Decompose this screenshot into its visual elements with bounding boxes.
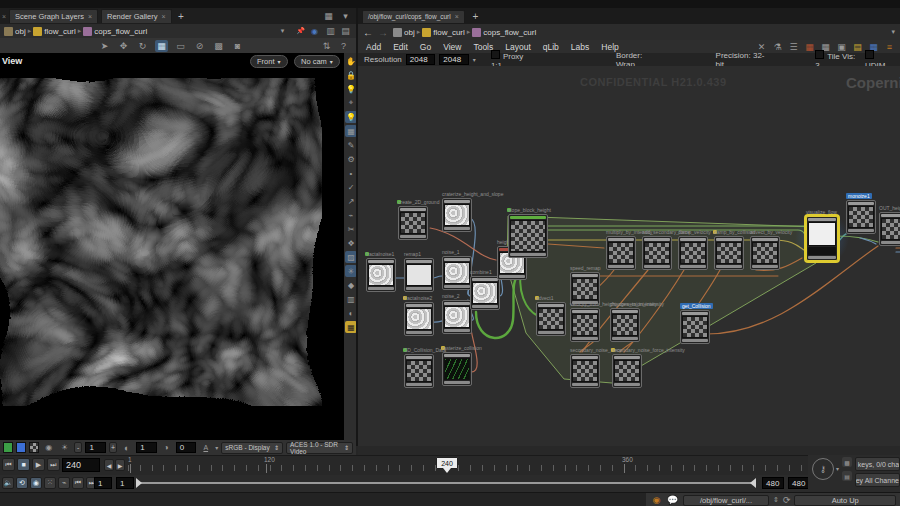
no-cam-menu[interactable]: No cam▾ [294, 55, 340, 68]
add-tab-button[interactable]: + [175, 10, 188, 22]
stop-button[interactable]: ■ [17, 458, 30, 471]
cop-node-get_Collision[interactable]: get_Collision [680, 310, 710, 344]
scope-icon[interactable]: ▩ [842, 457, 852, 467]
exposure-field[interactable]: 1 [85, 442, 106, 453]
breadcrumb-segment[interactable]: obj [15, 27, 26, 36]
cop-node-velocity_from_height_conversion_intensity[interactable]: velocity_from_height_conversion_intensit… [570, 308, 600, 342]
add-tab-button[interactable]: + [469, 10, 482, 22]
list-icon[interactable]: ☰ [787, 41, 800, 53]
cop-node-combine1[interactable]: combine1 [470, 276, 500, 310]
network-tab[interactable]: /obj/flow_curl/cops_flow_curl× [362, 10, 465, 23]
nav-back-icon[interactable]: ← [363, 27, 373, 38]
graph-icon[interactable]: ▤ [842, 471, 852, 481]
step-back-button[interactable]: ◀ [104, 459, 114, 471]
offset-field[interactable]: 0 [176, 442, 197, 453]
pane-tab[interactable]: Scene Graph Layers× [9, 9, 98, 23]
nav-forward-icon[interactable]: → [378, 27, 388, 38]
bubble-icon[interactable]: 💬 [666, 494, 679, 506]
range-slider-track[interactable] [140, 482, 752, 484]
cop-node-craterize_height_and_slope[interactable]: craterize_height_and_slope [442, 198, 472, 232]
cop-node-add_secondary_force[interactable]: add_secondary_force [642, 236, 672, 270]
lut-caret-icon[interactable]: ▾ [215, 444, 218, 451]
cop-node-damp_by_collision[interactable]: damp_by_collision [714, 236, 744, 270]
menu-add[interactable]: Add [360, 42, 387, 52]
cop-node-SD_Collision_Data[interactable]: SD_Collision_Data [404, 354, 434, 388]
refresh-icon[interactable]: ⟳ [783, 495, 791, 505]
lut-icon[interactable]: A [199, 442, 212, 454]
menu-go[interactable]: Go [414, 42, 437, 52]
box-select-icon[interactable]: ▭ [174, 40, 187, 52]
sync-icon[interactable]: ⇅ [320, 40, 333, 52]
menu-qlib[interactable]: qLib [537, 42, 565, 52]
exposure-plus-button[interactable]: + [109, 442, 117, 453]
resolution-y-field[interactable]: 2048 [439, 54, 468, 65]
breadcrumb-segment[interactable]: obj [404, 28, 415, 37]
flask-icon[interactable]: ⚗ [771, 41, 784, 53]
rotate-tool-icon[interactable]: ↻ [136, 40, 149, 52]
pane-tab[interactable]: Render Gallery× [101, 9, 172, 23]
cop-node-changes_to_intensity[interactable]: changes_to_intensity [610, 308, 640, 342]
cop-node-secondary_noise_force[interactable]: secondary_noise_force [570, 354, 600, 388]
loop-icon[interactable]: ⟲ [16, 477, 28, 489]
jump-end-button[interactable]: ⏭ [47, 458, 60, 471]
pane-float-icon[interactable]: ▤ [339, 25, 352, 37]
bg-color-swatch[interactable] [16, 442, 26, 453]
film-icon[interactable]: ▩ [212, 40, 225, 52]
realtime-icon[interactable]: ◉ [30, 477, 42, 489]
pane-split-icon[interactable]: ▥ [324, 25, 337, 37]
camera-icon[interactable]: ◙ [231, 40, 244, 52]
breadcrumb-segment[interactable]: cops_flow_curl [483, 28, 536, 37]
pane-layout-icon[interactable]: ▦ [322, 10, 335, 22]
cop-node-advect1[interactable]: advect1 [536, 302, 566, 336]
cop-node-OUT_height[interactable]: OUT_height [879, 212, 900, 246]
close-tab-icon[interactable]: × [161, 13, 165, 20]
cop-node-noise_1[interactable]: noise_1 [442, 256, 472, 290]
range-slider-right-handle[interactable] [750, 478, 756, 488]
cop-node-multiply_by_intensity[interactable]: multiply_by_intensity [606, 236, 636, 270]
cop-node-noise_2[interactable]: noise_2 [442, 300, 472, 334]
cop-node-create_2D_ground[interactable]: create_2D_ground [398, 206, 428, 240]
dope-icon[interactable]: ⁙ [44, 477, 56, 489]
step-forward-button[interactable]: ▶ [115, 459, 125, 471]
key-all-channels-button[interactable]: Key All Channels [855, 473, 900, 487]
auto-update-button[interactable]: Auto Up [794, 495, 896, 506]
path-dropdown-icon[interactable]: ▾ [281, 27, 285, 35]
menu-labs[interactable]: Labs [565, 42, 595, 52]
exposure-minus-button[interactable]: - [74, 442, 82, 453]
key-caret-icon[interactable]: ▾ [836, 465, 839, 472]
link-orb-icon[interactable]: ◉ [311, 27, 318, 36]
checker-bg-icon[interactable] [29, 442, 39, 453]
pane-menu-icon[interactable]: ▾ [339, 10, 352, 22]
key-button[interactable]: ⚷ [812, 458, 834, 480]
range-end2-field[interactable]: 480 [788, 477, 810, 489]
scene-viewport[interactable]: View Front▾ No cam▾ [0, 53, 344, 440]
cop-node-clamp_velocity[interactable]: clamp_velocity [678, 236, 708, 270]
range-start2-field[interactable]: 1 [116, 477, 134, 489]
display-lut-select[interactable]: sRGB - Display⇕ [221, 442, 283, 454]
gamma-field[interactable]: 1 [136, 442, 157, 453]
close-tab-icon[interactable]: × [88, 13, 92, 20]
path-spinner-icon[interactable]: ⇕ [773, 496, 779, 504]
path-dropdown-icon[interactable]: ▾ [891, 28, 895, 36]
cop-node-fractalnoise2[interactable]: fractalnoise2 [404, 302, 434, 336]
resolution-x-field[interactable]: 2048 [406, 54, 435, 65]
breadcrumb-segment[interactable]: flow_curl [44, 27, 76, 36]
menu-edit[interactable]: Edit [387, 42, 414, 52]
help-icon[interactable]: ? [337, 40, 350, 52]
cop-node-fractalnoise1[interactable]: fractalnoise1 [366, 258, 396, 292]
range-slider-left-handle[interactable] [136, 478, 142, 488]
snap-grid-icon[interactable]: ▦ [155, 40, 168, 52]
range-end-field[interactable]: 480 [762, 477, 784, 489]
menu-view[interactable]: View [437, 42, 467, 52]
color-probe-icon[interactable]: ◉ [42, 442, 55, 454]
resolution-caret-icon[interactable]: ▾ [473, 56, 476, 63]
breadcrumb-segment[interactable]: flow_curl [433, 28, 465, 37]
jump-start-button[interactable]: ⏮ [2, 458, 15, 471]
timeline-ruler[interactable] [128, 465, 806, 471]
disable-icon[interactable]: ⊘ [193, 40, 206, 52]
breadcrumb-segment[interactable]: cops_flow_curl [94, 27, 147, 36]
pin-icon[interactable]: 📌 [296, 27, 305, 35]
cop-node-monoize1[interactable]: monoize1 [846, 200, 876, 234]
message-icon[interactable]: ◉ [650, 494, 663, 506]
cop-node-visualize_flow[interactable]: visualize_flow [806, 216, 838, 261]
